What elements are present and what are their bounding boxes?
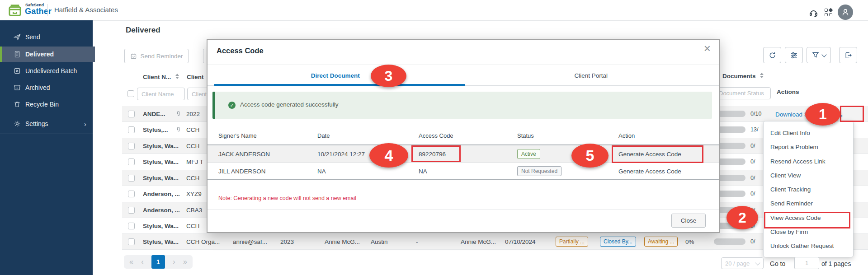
export-button[interactable] xyxy=(839,47,857,63)
annotation-box-generate-link xyxy=(612,145,703,163)
modal-footer-divider xyxy=(208,210,719,210)
user-avatar[interactable] xyxy=(838,5,853,20)
column-settings-button[interactable] xyxy=(785,47,803,63)
sidebar-item-send[interactable]: Send xyxy=(0,29,93,45)
annotation-box-more-actions xyxy=(840,106,864,122)
sidebar-item-label: Send xyxy=(25,33,40,41)
menu-item-client-tracking[interactable]: Client Tracking xyxy=(764,182,853,196)
annotation-circle-5: 5 xyxy=(571,144,609,168)
last-page-button[interactable]: » xyxy=(183,258,187,266)
status-badge-active: Active xyxy=(517,149,540,159)
sidebar-item-undelivered-batch[interactable]: Undelivered Batch xyxy=(0,63,93,79)
chevron-right-icon: › xyxy=(84,120,86,128)
select-all-checkbox[interactable] xyxy=(127,90,134,97)
send-reminder-button[interactable]: Send Reminder xyxy=(124,49,189,63)
generate-access-code-link[interactable]: Generate Access Code xyxy=(618,163,681,180)
modal-close-button[interactable]: Close xyxy=(671,214,706,228)
sidebar-nav: Send Delivered Undelivered Batch xyxy=(0,20,93,275)
column-header-actions: Actions xyxy=(777,89,799,95)
row-checkbox[interactable] xyxy=(128,175,135,182)
cell-percent: 0% xyxy=(685,234,694,250)
box-x-icon xyxy=(14,67,21,75)
cell-client-id: CCH xyxy=(186,122,199,138)
next-page-button[interactable]: › xyxy=(173,258,175,266)
sidebar-item-label: Settings xyxy=(25,120,48,127)
cell-documents-count: 0/ xyxy=(750,170,755,186)
prev-page-button[interactable]: ‹ xyxy=(141,258,143,266)
client-name-filter-input[interactable]: Client Name xyxy=(137,88,185,100)
firm-name: Hatfield & Associates xyxy=(54,6,118,14)
sidebar-item-label: Undelivered Batch xyxy=(25,67,77,75)
close-icon[interactable]: × xyxy=(704,42,711,54)
brand-divider xyxy=(47,4,47,16)
document-status-filter-input[interactable]: Document Status xyxy=(714,87,771,99)
menu-item-client-view[interactable]: Client View xyxy=(764,168,853,182)
row-checkbox[interactable] xyxy=(128,143,135,149)
column-header-documents[interactable]: Documents xyxy=(722,73,764,79)
trash-icon xyxy=(14,101,21,108)
gather-status-badge[interactable]: Partially ... xyxy=(556,237,588,247)
annotation-circle-1: 1 xyxy=(805,103,840,126)
menu-item-edit-client-info[interactable]: Edit Client Info xyxy=(764,126,853,140)
export-icon xyxy=(844,51,852,59)
column-header-client-name[interactable]: Client N... xyxy=(143,74,179,80)
row-checkbox[interactable] xyxy=(128,158,135,165)
menu-item-resend-access-link[interactable]: Resend Access Link xyxy=(764,154,853,168)
modal-note: Note: Generating a new code will not sen… xyxy=(218,195,356,201)
cell-client-id: MFJ T xyxy=(186,154,203,170)
current-page-button[interactable]: 1 xyxy=(151,255,165,269)
cell-client-id: CCH xyxy=(186,218,199,234)
cell-office: Austin xyxy=(371,234,388,250)
sidebar-item-recycle-bin[interactable]: Recycle Bin xyxy=(0,97,93,112)
sort-icon xyxy=(175,74,179,79)
gather-logo-icon[interactable] xyxy=(8,4,22,17)
menu-item-send-reminder[interactable]: Send Reminder xyxy=(764,196,853,210)
cell-documents-count: 0/ xyxy=(750,138,755,154)
cell-client-id: 2022 xyxy=(186,106,200,122)
top-header-bar: SafeSend Gather Hatfield & Associates xyxy=(0,0,868,21)
cell-client-name: ANDE... xyxy=(143,106,165,122)
apps-grid-icon[interactable] xyxy=(825,9,833,17)
menu-item-report-a-problem[interactable]: Report a Problem xyxy=(764,140,853,154)
modal-title: Access Code xyxy=(217,47,264,55)
cell-preparer: Annie McG... xyxy=(325,234,360,250)
document-status-badge[interactable]: Awaiting ... xyxy=(644,237,678,247)
signature-status-badge[interactable]: Closed By... xyxy=(600,237,636,247)
active-tab-underline xyxy=(214,84,465,86)
paperclip-icon[interactable] xyxy=(175,111,182,117)
column-header-client[interactable]: Client xyxy=(187,74,204,80)
goto-page-input[interactable]: 1 xyxy=(794,257,819,269)
modal-col-date: Date xyxy=(317,132,330,139)
first-page-button[interactable]: « xyxy=(129,258,133,266)
annotation-box-access-code xyxy=(411,145,461,162)
app-window: SafeSend Gather Hatfield & Associates xyxy=(0,0,868,275)
modal-table-bottom-line xyxy=(208,179,719,180)
tab-client-portal[interactable]: Client Portal xyxy=(463,65,719,86)
paperclip-icon[interactable] xyxy=(175,126,182,133)
sidebar-item-label: Archived xyxy=(25,84,50,91)
cell-client-id: CBA3 xyxy=(186,202,202,218)
sidebar-item-label: Recycle Bin xyxy=(25,101,59,108)
support-headset-icon[interactable] xyxy=(809,8,818,18)
sidebar-item-settings[interactable]: Settings › xyxy=(0,116,93,131)
menu-item-unlock-gather-request[interactable]: Unlock Gather Request xyxy=(764,239,853,253)
annotation-circle-2: 2 xyxy=(726,206,758,229)
row-checkbox[interactable] xyxy=(128,111,135,117)
sidebar-item-archived[interactable]: Archived xyxy=(0,80,93,95)
row-checkbox[interactable] xyxy=(128,126,135,133)
sidebar-divider xyxy=(0,134,93,134)
refresh-button[interactable] xyxy=(763,47,781,63)
page-size-select[interactable]: 20 / page xyxy=(721,257,764,269)
row-actions-context-menu: Edit Client Info Report a Problem Resend… xyxy=(763,121,854,257)
cell-client-name: Stylus,... xyxy=(143,122,168,138)
cell-client-id: XYZ9 xyxy=(186,186,202,202)
goto-label: Go to xyxy=(770,260,785,267)
sidebar-item-delivered[interactable]: Delivered xyxy=(0,47,95,62)
archive-icon xyxy=(14,84,21,91)
row-checkbox[interactable] xyxy=(128,191,135,197)
filter-button[interactable] xyxy=(807,47,831,63)
row-checkbox[interactable] xyxy=(128,207,135,214)
tab-direct-document[interactable]: Direct Document xyxy=(208,65,463,86)
chevron-down-icon xyxy=(755,260,760,265)
row-checkbox[interactable] xyxy=(128,223,135,229)
